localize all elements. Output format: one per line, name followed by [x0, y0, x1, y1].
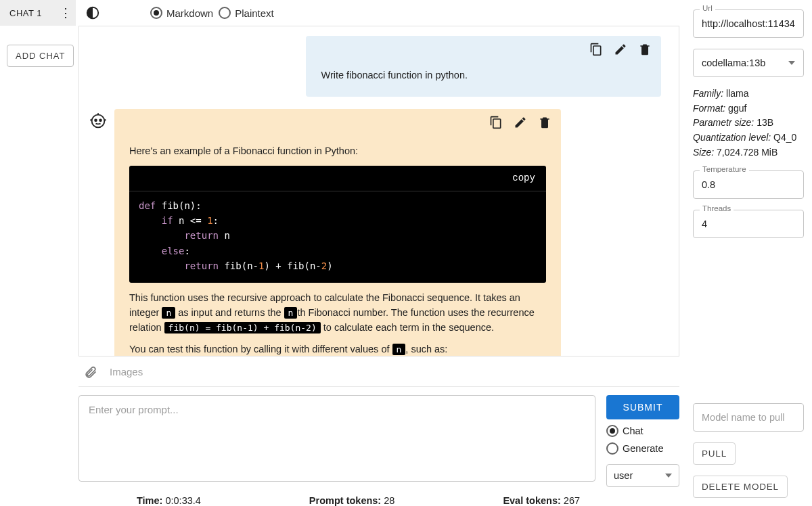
- message-actions: [489, 116, 551, 134]
- text: You can test this function by calling it…: [129, 344, 392, 354]
- bot-intro-text: Here's an example of a Fibonacci functio…: [129, 144, 546, 159]
- value: llama: [723, 88, 748, 99]
- code-token: ) + fib(n-: [264, 260, 321, 271]
- bot-explanation-1: This function uses the recursive approac…: [129, 291, 546, 335]
- temperature-field: Temperature 0.8: [693, 170, 804, 199]
- delete-icon[interactable]: [638, 43, 652, 61]
- model-pull-input[interactable]: Model name to pull: [693, 403, 804, 432]
- pull-button[interactable]: PULL: [693, 442, 736, 465]
- role-select[interactable]: user: [606, 464, 679, 487]
- value: 0:0:33.4: [162, 495, 200, 506]
- stat-eval-tokens: Eval tokens: 267: [503, 495, 580, 506]
- settings-panel: Url http://localhost:11434 codellama:13b…: [686, 0, 812, 506]
- text: to calculate each term in the sequence.: [321, 322, 494, 333]
- code-block: copy def fib(n): if n <= 1: return n els…: [129, 166, 546, 283]
- value: 267: [561, 495, 580, 506]
- url-input[interactable]: http://localhost:11434: [693, 9, 804, 38]
- value: 7,024.728 MiB: [714, 147, 777, 158]
- text: as input and returns the: [175, 307, 284, 318]
- kebab-menu-icon[interactable]: ⋮: [60, 7, 72, 19]
- label: Family:: [693, 88, 723, 99]
- inline-code: fib(n) = fib(n-1) + fib(n-2): [164, 322, 321, 334]
- edit-icon[interactable]: [614, 43, 627, 61]
- copy-code-button[interactable]: copy: [129, 166, 546, 191]
- value: Q4_0: [771, 132, 796, 143]
- chat-tab[interactable]: CHAT 1 ⋮: [0, 0, 76, 26]
- inline-code: n: [162, 307, 175, 319]
- stat-time: Time: 0:0:33.4: [137, 495, 201, 506]
- radio-label: Markdown: [166, 7, 213, 19]
- radio-icon: [219, 7, 231, 19]
- mode-generate-radio[interactable]: Generate: [606, 442, 679, 455]
- text: , such as:: [405, 344, 447, 354]
- user-message-text: Write fibonacci function in python.: [321, 70, 468, 80]
- delete-icon[interactable]: [538, 116, 551, 134]
- radio-icon: [150, 7, 162, 19]
- theme-toggle-icon[interactable]: [85, 5, 100, 20]
- code-token: ): [327, 260, 332, 271]
- label: Parametr size:: [693, 117, 754, 128]
- message-actions: [589, 43, 652, 61]
- svg-point-0: [92, 114, 105, 127]
- submit-column: SUBMIT Chat Generate user: [606, 395, 679, 487]
- sidebar: CHAT 1 ⋮ ADD CHAT: [0, 0, 76, 506]
- field-label: Temperature: [700, 165, 749, 173]
- code-token: return: [184, 230, 219, 241]
- model-select-field: codellama:13b: [693, 49, 804, 77]
- prompt-input[interactable]: Enter your prompt...: [78, 395, 595, 482]
- message-row-user: Write fibonacci function in python.: [89, 36, 661, 97]
- placeholder-text: Model name to pull: [702, 412, 785, 423]
- inline-code: n: [284, 307, 298, 319]
- images-label: Images: [110, 366, 143, 377]
- main: Markdown Plaintext Write fibonacci funct…: [76, 0, 686, 506]
- code-token: fib(n):: [156, 200, 201, 211]
- model-info: Family: llama Format: gguf Parametr size…: [693, 87, 804, 160]
- message-row-bot: Here's an example of a Fibonacci functio…: [89, 109, 661, 356]
- submit-button[interactable]: SUBMIT: [606, 395, 679, 419]
- code-token: def: [139, 200, 156, 211]
- label: Format:: [693, 103, 725, 114]
- mode-chat-radio[interactable]: Chat: [606, 425, 679, 437]
- code-token: fib(n-: [219, 260, 258, 271]
- radio-plaintext[interactable]: Plaintext: [219, 7, 274, 19]
- radio-label: Chat: [623, 426, 644, 436]
- topbar: Markdown Plaintext: [76, 0, 679, 26]
- code-token: :: [213, 215, 219, 226]
- bot-message-bubble: Here's an example of a Fibonacci functio…: [114, 109, 561, 356]
- temperature-input[interactable]: 0.8: [693, 170, 804, 199]
- user-message-bubble: Write fibonacci function in python.: [306, 36, 661, 97]
- add-chat-button[interactable]: ADD CHAT: [7, 45, 74, 67]
- field-label: Url: [700, 4, 715, 12]
- radio-icon: [606, 442, 618, 455]
- chat-tab-label: CHAT 1: [9, 8, 42, 18]
- attachment-icon[interactable]: [84, 365, 97, 378]
- bot-avatar-icon: [89, 112, 108, 356]
- threads-input[interactable]: 4: [693, 210, 804, 238]
- label: Quantization level:: [693, 132, 771, 143]
- code-token: n: [219, 230, 230, 241]
- copy-icon[interactable]: [589, 43, 603, 61]
- code-token: else: [162, 246, 185, 256]
- value: 28: [381, 495, 394, 506]
- stats-row: Time: 0:0:33.4 Prompt tokens: 28 Eval to…: [76, 487, 679, 506]
- format-radio-group: Markdown Plaintext: [150, 7, 274, 19]
- attachment-row: Images: [78, 356, 679, 387]
- model-select[interactable]: codellama:13b: [693, 49, 804, 77]
- bot-explanation-2: You can test this function by calling it…: [129, 342, 546, 356]
- chat-scroll-area[interactable]: Write fibonacci function in python. Here…: [78, 26, 679, 356]
- code-token: return: [184, 260, 219, 271]
- chevron-down-icon: [665, 474, 672, 478]
- value: 13B: [754, 117, 773, 128]
- edit-icon[interactable]: [514, 116, 527, 134]
- copy-icon[interactable]: [489, 116, 503, 134]
- model-value: codellama:13b: [702, 58, 765, 68]
- delete-model-button[interactable]: DELETE MODEL: [693, 476, 788, 498]
- threads-field: Threads 4: [693, 210, 804, 238]
- code-token: n <=: [173, 215, 208, 226]
- inline-code: n: [392, 344, 406, 355]
- radio-markdown[interactable]: Markdown: [150, 7, 213, 19]
- chevron-down-icon: [788, 61, 795, 65]
- radio-label: Generate: [623, 443, 663, 454]
- label: Prompt tokens:: [309, 495, 381, 506]
- label: Time:: [137, 495, 162, 506]
